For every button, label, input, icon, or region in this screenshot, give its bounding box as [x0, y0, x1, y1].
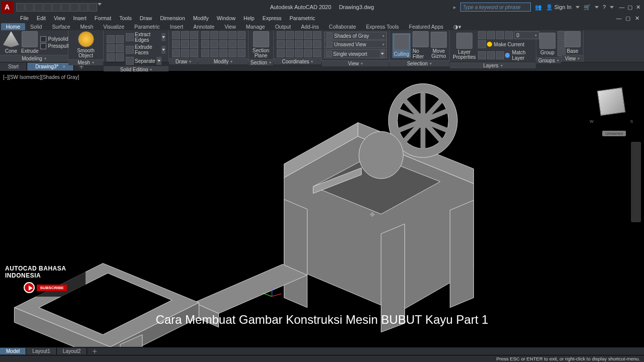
viewport[interactable]: [–][SW Isometric][Shades of Gray]: [0, 71, 644, 347]
menu-window[interactable]: Window: [213, 15, 239, 21]
ucs-z-icon[interactable]: [277, 40, 285, 48]
line-icon[interactable]: [172, 31, 180, 39]
ellipse-icon[interactable]: [190, 40, 198, 48]
qat-undo-icon[interactable]: [79, 3, 88, 12]
app-store-icon[interactable]: 🛒: [584, 4, 591, 11]
ucs-world-icon[interactable]: [277, 31, 285, 39]
union-icon[interactable]: [107, 35, 115, 43]
ucs-icon[interactable]: [267, 282, 287, 302]
qat-saveas-icon[interactable]: [43, 3, 52, 12]
current-layer-dropdown[interactable]: 0: [514, 31, 539, 39]
ucs-face-icon[interactable]: [295, 31, 303, 39]
polysolid-button[interactable]: Polysolid: [40, 36, 68, 42]
erase-icon[interactable]: [201, 49, 209, 57]
cone-button[interactable]: Cone: [3, 31, 19, 54]
menu-format[interactable]: Format: [91, 15, 115, 21]
chamfer-icon[interactable]: [237, 49, 246, 57]
extract-edges-button[interactable]: Extract Edges: [126, 32, 166, 43]
navigation-bar[interactable]: [631, 142, 641, 222]
menu-help[interactable]: Help: [239, 15, 259, 21]
menu-dimension[interactable]: Dimension: [156, 15, 189, 21]
ucs-name-tag[interactable]: Unnamed: [602, 131, 626, 136]
signin-button[interactable]: Sign In: [546, 4, 572, 11]
subtract-icon[interactable]: [116, 35, 124, 43]
menu-file[interactable]: File: [16, 15, 33, 21]
separate-button[interactable]: Separate: [126, 57, 166, 65]
tab-insert[interactable]: Insert: [165, 23, 188, 30]
panel-coordinates-title[interactable]: Coordinates: [274, 58, 321, 64]
layer-off-icon[interactable]: [496, 31, 504, 39]
mirror-icon[interactable]: [237, 31, 246, 39]
spline-icon[interactable]: [172, 49, 180, 57]
array-icon[interactable]: [237, 40, 246, 48]
scale-icon[interactable]: [201, 40, 209, 48]
tab-annotate[interactable]: Annotate: [188, 23, 219, 30]
slice-icon[interactable]: [107, 53, 115, 61]
panel-groups-title[interactable]: Groups: [536, 57, 561, 63]
interfere-icon[interactable]: [116, 44, 124, 52]
ucs-apply-icon[interactable]: [286, 49, 294, 57]
minimize-button[interactable]: —: [618, 3, 626, 11]
panel-base-view-title[interactable]: View: [561, 55, 583, 62]
menu-parametric[interactable]: Parametric: [286, 15, 319, 21]
panel-mesh-title[interactable]: Mesh: [68, 59, 103, 65]
visual-style-dropdown[interactable]: Shades of Gray: [324, 32, 387, 40]
ucs-obj-icon[interactable]: [295, 40, 303, 48]
saved-view-dropdown[interactable]: Unsaved View: [324, 40, 387, 48]
close-button[interactable]: ✕: [634, 3, 642, 11]
tab-manage[interactable]: Manage: [241, 23, 270, 30]
signin-dropdown-icon[interactable]: [576, 6, 580, 9]
menu-edit[interactable]: Edit: [33, 15, 50, 21]
tab-collaborate[interactable]: Collaborate: [324, 23, 361, 30]
qat-save-icon[interactable]: [34, 3, 43, 12]
tab-drawing3[interactable]: Drawing3*×: [27, 63, 74, 70]
circle-icon[interactable]: [190, 31, 198, 39]
layer-prev-icon[interactable]: [496, 51, 504, 59]
ucs-x-icon[interactable]: [304, 31, 312, 39]
panel-modeling-title[interactable]: Modeling: [0, 55, 68, 62]
polyline-icon[interactable]: [181, 31, 189, 39]
region-icon[interactable]: [190, 49, 198, 57]
move-icon[interactable]: [201, 31, 209, 39]
tab-mesh[interactable]: Mesh: [75, 23, 99, 30]
arc-icon[interactable]: [172, 40, 180, 48]
layout-tab-model[interactable]: Model: [0, 348, 26, 354]
trim-icon[interactable]: [210, 40, 218, 48]
base-button[interactable]: Base: [565, 31, 581, 54]
app-logo[interactable]: A: [1, 1, 13, 13]
ucs-prev-icon[interactable]: [286, 31, 294, 39]
layer-properties-button[interactable]: Layer Properties: [453, 33, 476, 60]
help-icon[interactable]: ?: [603, 4, 606, 10]
layer-walk-icon[interactable]: [487, 51, 495, 59]
presspull-button[interactable]: Presspull: [40, 43, 68, 49]
ucs-view-icon[interactable]: [286, 40, 294, 48]
ucs-misc2-icon[interactable]: [313, 49, 321, 57]
group-button[interactable]: Group: [539, 33, 555, 55]
qat-print-icon[interactable]: [70, 3, 79, 12]
ribbon-toggle-icon[interactable]: ◑▾: [448, 23, 466, 30]
section-plane-button[interactable]: Section Plane: [252, 31, 270, 58]
intersect-icon[interactable]: [107, 44, 115, 52]
match-layer-button[interactable]: Match Layer: [478, 50, 539, 61]
smooth-object-button[interactable]: Smooth Object: [71, 31, 100, 58]
ucs-misc-icon[interactable]: [304, 49, 312, 57]
menu-view[interactable]: View: [50, 15, 69, 21]
tab-featured-apps[interactable]: Featured Apps: [404, 23, 448, 30]
rectangle-icon[interactable]: [181, 40, 189, 48]
layout-tab-layout1[interactable]: Layout1: [26, 348, 57, 354]
ucs-y-icon[interactable]: [313, 31, 321, 39]
thicken-icon[interactable]: [116, 53, 124, 61]
panel-layers-title[interactable]: Layers: [450, 62, 536, 68]
panel-modify-title[interactable]: Modify: [198, 58, 248, 64]
ucs-3pt-icon[interactable]: [313, 40, 321, 48]
layout-tab-layout2[interactable]: Layout2: [57, 348, 88, 354]
extend-icon[interactable]: [219, 40, 227, 48]
tab-start[interactable]: Start: [0, 63, 27, 70]
move-gizmo-button[interactable]: Move Gizmo: [431, 32, 447, 59]
panel-section-title[interactable]: Section: [249, 59, 273, 65]
fillet-icon[interactable]: [228, 40, 236, 48]
panel-selection-title[interactable]: Selection: [389, 60, 449, 66]
menu-insert[interactable]: Insert: [69, 15, 91, 21]
make-current-button[interactable]: Make Current: [478, 40, 539, 48]
menu-tools[interactable]: Tools: [115, 15, 136, 21]
